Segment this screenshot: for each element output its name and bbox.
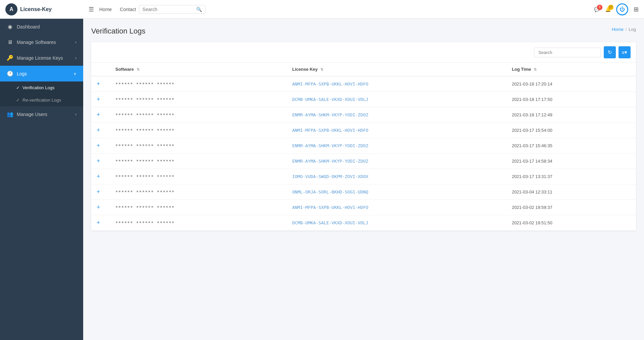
table-row: + ****** ****** ****** IOMO-VUDA-SWQD-OK… <box>91 169 636 184</box>
sidebar-label-logs: Logs <box>17 71 70 76</box>
license-key-cell: DCMB-UMKA-SALE-VKXD-XOUI-VDLJ <box>292 97 368 102</box>
license-key-cell: ENMR-AYMA-SHKM-VKYP-YODI-ZDOZ <box>292 159 368 164</box>
log-time-cell: 2021-03-17 13:31:37 <box>512 174 552 179</box>
log-time-cell: 2021-03-17 15:46:35 <box>512 143 552 148</box>
sidebar-item-dashboard[interactable]: ◉ Dashboard <box>0 19 83 35</box>
sidebar-label-manage-users: Manage Users <box>17 112 72 117</box>
check-icon-2: ✓ <box>16 98 20 103</box>
expand-button[interactable]: + <box>97 219 100 226</box>
license-key-cell: ANMI-MFPA-SXPB-UKKL-HOVI-HDFO <box>292 128 368 133</box>
verification-logs-label: Verification Logs <box>22 85 54 90</box>
expand-button[interactable]: + <box>97 158 100 164</box>
sidebar: ◉ Dashboard 🖥 Manage Softwares ‹ 🔑 Manag… <box>0 19 83 340</box>
key-icon: 🔑 <box>7 55 13 61</box>
expand-button[interactable]: + <box>97 173 100 180</box>
clock-icon: 🕐 <box>7 70 13 77</box>
expand-button[interactable]: + <box>97 127 100 133</box>
sidebar-item-verification-logs[interactable]: ✓ Verification Logs <box>0 81 83 94</box>
nav-home-link[interactable]: Home <box>99 7 112 12</box>
table-header: Software ⇅ License Key ⇅ Log Time ⇅ <box>91 63 636 76</box>
table-search-input[interactable] <box>534 48 601 57</box>
col-header-license-key[interactable]: License Key ⇅ <box>287 63 506 76</box>
nav-links: Home Contact <box>99 7 136 12</box>
breadcrumb-separator: / <box>626 27 627 32</box>
search-icon: 🔍 <box>196 7 202 12</box>
sidebar-label-dashboard: Dashboard <box>17 24 76 30</box>
breadcrumb: Home / Log <box>612 27 636 32</box>
navbar: A License-Key ☰ Home Contact 🔍 💬 8 🔔 17 … <box>0 0 644 19</box>
log-time-cell: 2021-03-17 15:54:00 <box>512 128 552 133</box>
software-cell: ****** ****** ****** <box>115 143 175 148</box>
software-cell: ****** ****** ****** <box>115 189 175 194</box>
breadcrumb-current: Log <box>629 27 636 32</box>
sidebar-item-manage-license-keys[interactable]: 🔑 Manage License Keys ‹ <box>0 50 83 66</box>
messages-icon-btn[interactable]: 💬 8 <box>594 7 600 12</box>
col-header-software[interactable]: Software ⇅ <box>110 63 287 76</box>
nav-search-box[interactable]: 🔍 <box>139 5 206 14</box>
software-cell: ****** ****** ****** <box>115 128 175 133</box>
columns-button[interactable]: ≡ ▾ <box>619 46 631 58</box>
expand-button[interactable]: + <box>97 111 100 118</box>
brand: A License-Key <box>5 3 89 15</box>
sidebar-item-manage-softwares[interactable]: 🖥 Manage Softwares ‹ <box>0 35 83 50</box>
breadcrumb-home-link[interactable]: Home <box>612 27 624 32</box>
expand-button[interactable]: + <box>97 142 100 149</box>
layout: ◉ Dashboard 🖥 Manage Softwares ‹ 🔑 Manag… <box>0 19 644 340</box>
sidebar-item-logs[interactable]: 🕐 Logs ∨ <box>0 66 83 81</box>
table-row: + ****** ****** ****** DCMB-UMKA-SALE-VK… <box>91 215 636 231</box>
main-content: Verification Logs Home / Log ↻ ≡ ▾ <box>83 19 644 340</box>
table-body: + ****** ****** ****** ANMI-MFPA-SXPB-UK… <box>91 76 636 231</box>
software-cell: ****** ****** ****** <box>115 174 175 179</box>
table-row: + ****** ****** ****** ENMR-AYMA-SHKM-VK… <box>91 107 636 123</box>
notifications-icon-btn[interactable]: 🔔 17 <box>605 7 611 12</box>
col-header-expand <box>91 63 110 76</box>
sort-log-time-icon: ⇅ <box>534 67 537 71</box>
table-row: + ****** ****** ****** ENMR-AYMA-SHKM-VK… <box>91 154 636 169</box>
table-toolbar: ↻ ≡ ▾ <box>91 42 636 63</box>
sidebar-item-reverification-logs[interactable]: ✓ Re-verification Logs <box>0 94 83 106</box>
license-key-cell: ENMR-AYMA-SHKM-VKYP-YODI-ZDOZ <box>292 143 368 148</box>
logs-submenu: ✓ Verification Logs ✓ Re-verification Lo… <box>0 81 83 106</box>
expand-button[interactable]: + <box>97 188 100 195</box>
grid-menu-button[interactable]: ⊞ <box>634 6 639 13</box>
expand-button[interactable]: + <box>97 204 100 211</box>
table-row: + ****** ****** ****** ONML-ORJA-SORL-BK… <box>91 184 636 200</box>
log-time-cell: 2021-03-02 19:59:37 <box>512 205 552 210</box>
messages-badge: 8 <box>597 5 602 10</box>
nav-search-input[interactable] <box>143 7 196 12</box>
license-key-cell: ONML-ORJA-SORL-BKHD-SOGI-UDNQ <box>292 189 368 194</box>
software-cell: ****** ****** ****** <box>115 81 175 87</box>
columns-arrow-icon: ▾ <box>625 49 627 55</box>
verification-logs-table: Software ⇅ License Key ⇅ Log Time ⇅ <box>91 63 636 231</box>
nav-contact-link[interactable]: Contact <box>120 7 136 12</box>
license-key-cell: ANMI-MFPA-SXPB-UKKL-HOVI-HDFO <box>292 205 368 210</box>
table-row: + ****** ****** ****** ANMI-MFPA-SXPB-UK… <box>91 76 636 92</box>
chevron-down-icon: ∨ <box>73 71 76 76</box>
table-row: + ****** ****** ****** ANMI-MFPA-SXPB-UK… <box>91 123 636 138</box>
chevron-left-icon-3: ‹ <box>75 112 76 117</box>
refresh-button[interactable]: ↻ <box>604 46 616 58</box>
brand-icon: A <box>5 3 17 15</box>
page-header: Verification Logs Home / Log <box>91 27 636 36</box>
software-cell: ****** ****** ****** <box>115 205 175 210</box>
log-time-cell: 2021-03-02 19:51:50 <box>512 220 552 225</box>
table-card: ↻ ≡ ▾ Software ⇅ License <box>91 42 636 231</box>
license-key-cell: IOMO-VUDA-SWQD-OKPM-ZOVI-XDOX <box>292 174 368 179</box>
expand-button[interactable]: + <box>97 80 100 87</box>
log-time-cell: 2021-03-18 17:12:49 <box>512 112 552 117</box>
hamburger-icon[interactable]: ☰ <box>89 6 94 13</box>
sort-software-icon: ⇅ <box>137 67 140 71</box>
table-row: + ****** ****** ****** ANMI-MFPA-SXPB-UK… <box>91 200 636 215</box>
power-button[interactable]: ⏻ <box>616 3 628 15</box>
monitor-icon: 🖥 <box>7 39 13 45</box>
table-row: + ****** ****** ****** ENMR-AYMA-SHKM-VK… <box>91 138 636 154</box>
navbar-right: 💬 8 🔔 17 ⏻ ⊞ <box>594 3 639 15</box>
expand-button[interactable]: + <box>97 96 100 103</box>
log-time-cell: 2021-03-18 17:20:14 <box>512 81 552 87</box>
col-header-log-time[interactable]: Log Time ⇅ <box>506 63 636 76</box>
power-icon: ⏻ <box>620 6 625 12</box>
sidebar-label-manage-softwares: Manage Softwares <box>17 40 72 45</box>
sidebar-item-manage-users[interactable]: 👥 Manage Users ‹ <box>0 106 83 122</box>
refresh-icon: ↻ <box>608 49 612 55</box>
reverification-logs-label: Re-verification Logs <box>22 98 61 103</box>
